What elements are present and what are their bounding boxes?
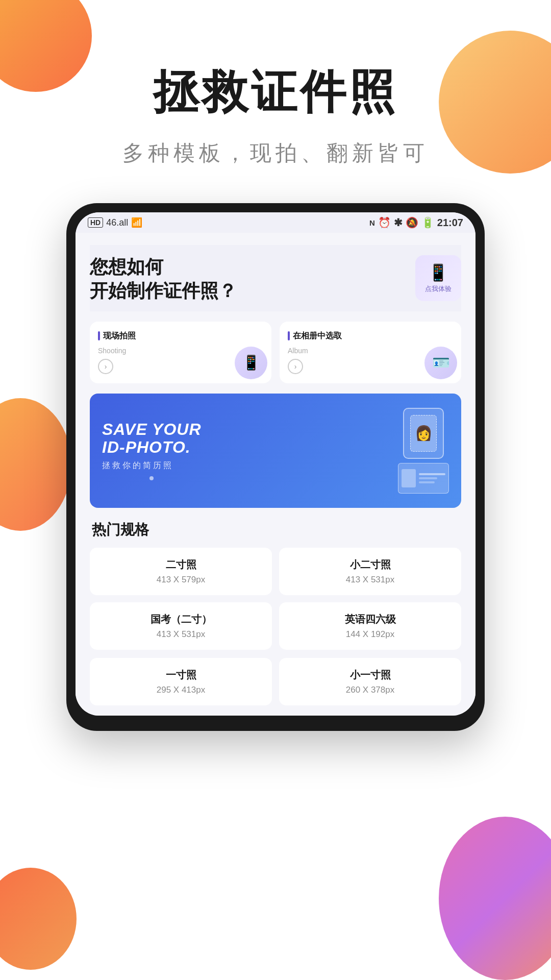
banner-face-preview: 👩 bbox=[410, 415, 437, 452]
header-line1: 您想如何 bbox=[90, 255, 237, 279]
try-button-label: 点我体验 bbox=[425, 284, 452, 293]
signal-icon: 46.all bbox=[106, 217, 128, 228]
format-card-1[interactable]: 小二寸照 413 X 531px bbox=[279, 548, 461, 595]
wifi-icon: 📶 bbox=[131, 217, 142, 228]
format-name-0: 二寸照 bbox=[98, 558, 264, 572]
option-album-label: 在相册中选取 bbox=[288, 331, 453, 341]
main-title: 拯救证件照 bbox=[153, 61, 398, 124]
header-section: 您想如何 开始制作证件照？ 📱 点我体验 bbox=[90, 245, 461, 311]
header-title: 您想如何 开始制作证件照？ bbox=[90, 255, 237, 303]
banner-idcard-photo bbox=[402, 469, 416, 487]
banner-phone-preview: 👩 bbox=[403, 408, 444, 459]
format-size-4: 295 X 413px bbox=[98, 685, 264, 695]
banner-indicator-dot bbox=[149, 476, 154, 480]
popular-section-title: 热门规格 bbox=[90, 520, 461, 540]
format-size-0: 413 X 579px bbox=[98, 575, 264, 585]
time-display: 21:07 bbox=[437, 217, 463, 229]
phone-screen: HD 46.all 📶 N ⏰ ✱ 🔕 🔋 21:07 bbox=[76, 212, 475, 716]
format-name-5: 小一寸照 bbox=[287, 668, 453, 682]
format-grid-partial: 一寸照 295 X 413px 小一寸照 260 X 378px bbox=[90, 658, 461, 716]
format-name-3: 英语四六级 bbox=[287, 612, 453, 626]
format-card-5[interactable]: 小一寸照 260 X 378px bbox=[279, 658, 461, 705]
format-size-3: 144 X 192px bbox=[287, 629, 453, 640]
format-size-5: 260 X 378px bbox=[287, 685, 453, 695]
bluetooth-icon: ✱ bbox=[394, 216, 403, 229]
banner-idcard-preview bbox=[398, 463, 449, 494]
status-right: N ⏰ ✱ 🔕 🔋 21:07 bbox=[369, 216, 463, 229]
banner-illustration: 👩 bbox=[398, 408, 449, 494]
hd-badge: HD bbox=[88, 217, 103, 228]
format-card-3[interactable]: 英语四六级 144 X 192px bbox=[279, 602, 461, 650]
format-grid: 二寸照 413 X 579px 小二寸照 413 X 531px 国考（二寸） … bbox=[90, 548, 461, 650]
banner-idcard-lines bbox=[419, 473, 445, 483]
option-card-album[interactable]: 在相册中选取 Album › 🪪 bbox=[280, 322, 461, 383]
try-button-icon: 📱 bbox=[428, 263, 448, 282]
format-size-2: 413 X 531px bbox=[98, 629, 264, 640]
banner-title-line2: ID-PHOTO. bbox=[102, 438, 202, 456]
option-shoot-illustration: 📱 bbox=[235, 347, 267, 379]
option-shoot-arrow[interactable]: › bbox=[98, 359, 113, 374]
format-name-4: 一寸照 bbox=[98, 668, 264, 682]
decoration-blob-bottom-left bbox=[0, 868, 77, 970]
format-card-2[interactable]: 国考（二寸） 413 X 531px bbox=[90, 602, 272, 650]
format-name-1: 小二寸照 bbox=[287, 558, 453, 572]
banner-text: SAVE YOUR ID-PHOTO. 拯救你的简历照 bbox=[102, 421, 202, 480]
alarm-icon: ⏰ bbox=[378, 216, 391, 229]
format-size-1: 413 X 531px bbox=[287, 575, 453, 585]
page-content: 拯救证件照 多种模板，现拍、翻新皆可 HD 46.all 📶 N ⏰ ✱ 🔕 🔋… bbox=[0, 0, 551, 731]
option-album-illustration: 🪪 bbox=[424, 347, 457, 379]
decoration-blob-bottom-right bbox=[439, 817, 551, 980]
status-left: HD 46.all 📶 bbox=[88, 217, 142, 228]
mute-icon: 🔕 bbox=[406, 216, 418, 229]
format-name-2: 国考（二寸） bbox=[98, 612, 264, 626]
sub-title: 多种模板，现拍、翻新皆可 bbox=[122, 139, 429, 167]
option-album-arrow[interactable]: › bbox=[288, 359, 303, 374]
battery-icon: 🔋 bbox=[421, 216, 434, 229]
banner-subtitle: 拯救你的简历照 bbox=[102, 460, 202, 471]
banner[interactable]: SAVE YOUR ID-PHOTO. 拯救你的简历照 👩 bbox=[90, 394, 461, 508]
phone-mockup: HD 46.all 📶 N ⏰ ✱ 🔕 🔋 21:07 bbox=[66, 203, 485, 731]
app-content: 您想如何 开始制作证件照？ 📱 点我体验 现场拍照 Shooting bbox=[76, 233, 475, 716]
option-cards: 现场拍照 Shooting › 📱 在相册中选取 Album › 🪪 bbox=[90, 322, 461, 383]
format-card-0[interactable]: 二寸照 413 X 579px bbox=[90, 548, 272, 595]
status-bar: HD 46.all 📶 N ⏰ ✱ 🔕 🔋 21:07 bbox=[76, 212, 475, 233]
nfc-icon: N bbox=[369, 218, 375, 227]
header-line2: 开始制作证件照？ bbox=[90, 279, 237, 303]
try-button[interactable]: 📱 点我体验 bbox=[415, 255, 461, 301]
option-shoot-label: 现场拍照 bbox=[98, 331, 263, 341]
banner-title-line1: SAVE YOUR bbox=[102, 421, 202, 438]
option-card-shoot[interactable]: 现场拍照 Shooting › 📱 bbox=[90, 322, 271, 383]
format-card-4[interactable]: 一寸照 295 X 413px bbox=[90, 658, 272, 705]
